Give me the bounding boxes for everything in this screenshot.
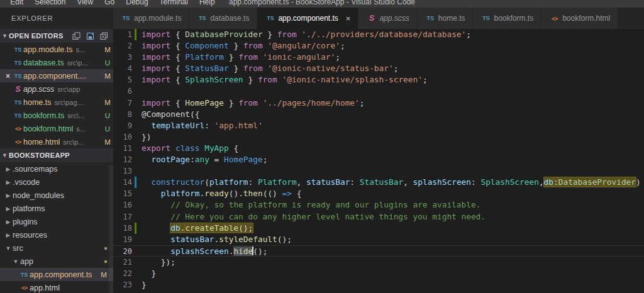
code-line[interactable]: 5import { SplashScreen } from '@ionic-na…	[113, 74, 644, 86]
tree-folder-node_modules[interactable]: ▶node_modules	[0, 189, 113, 202]
open-editors-title: OPEN EDITORS	[9, 32, 72, 40]
code-token: // Okay, so the platform is ready and ou…	[170, 200, 480, 209]
project-section-header[interactable]: ▼ BOOKSTOREAPP	[0, 148, 113, 162]
code-token: splashScreen	[413, 177, 471, 187]
code-line[interactable]: 12 rootPage:any = HomePage;	[113, 154, 644, 165]
open-editors-header[interactable]: ▼ OPEN EDITORS	[0, 29, 113, 43]
open-editor-item[interactable]: ×TSapp.component....M	[0, 69, 113, 82]
code-line[interactable]: 1import { DatabaseProvider } from './../…	[113, 29, 644, 40]
code-text: })	[142, 131, 644, 143]
tree-folder-platforms[interactable]: ▶platforms	[0, 202, 113, 215]
line-number: 21	[113, 257, 132, 268]
open-editor-item[interactable]: TShome.tssrc\pag...M	[0, 96, 113, 109]
chevron-down-icon[interactable]: ▼	[1, 152, 9, 158]
code-editor[interactable]: 1import { DatabaseProvider } from './../…	[113, 29, 644, 293]
code-token: })	[142, 132, 151, 141]
open-editor-item[interactable]: TSdatabase.tssrc\p...U	[0, 56, 113, 69]
code-text: }	[142, 279, 644, 290]
tree-folder-resources[interactable]: ▶resources	[0, 228, 113, 241]
tab-app.component.ts[interactable]: TSapp.component.ts×	[257, 8, 358, 29]
code-token: db	[170, 223, 180, 233]
line-number: 8	[113, 109, 132, 120]
line-number: 3	[113, 52, 132, 63]
close-icon[interactable]: ×	[346, 14, 351, 23]
code-token: }	[224, 52, 238, 62]
code-line[interactable]: 13	[113, 165, 644, 177]
menu-item-selection[interactable]: Selection	[29, 0, 71, 7]
tree-folder-.vscode[interactable]: ▶.vscode	[0, 175, 113, 189]
close-icon[interactable]: ×	[3, 72, 13, 80]
code-line[interactable]: 14 constructor(platform: Platform, statu…	[113, 177, 644, 188]
code-line[interactable]: 7import { HomePage } from '../pages/home…	[113, 97, 644, 109]
file-name: bookform.ts	[23, 111, 64, 120]
code-line[interactable]: 11export class MyApp {	[113, 143, 644, 154]
code-token: ;	[263, 155, 268, 164]
code-token: :	[190, 155, 195, 164]
code-token: ,	[403, 177, 413, 187]
tree-file-app.html[interactable]: <>app.html	[0, 281, 113, 293]
code-line[interactable]: 23}	[113, 279, 644, 290]
code-token: constructor	[151, 177, 204, 187]
code-token: from	[277, 30, 297, 39]
code-line[interactable]: 4import { StatusBar } from '@ionic-nativ…	[113, 63, 644, 74]
tree-folder-.sourcemaps[interactable]: ▶.sourcemaps	[0, 162, 113, 175]
code-line[interactable]: 15 platform.ready().then(() => {	[113, 188, 644, 199]
code-text: import { Component } from '@angular/core…	[142, 40, 644, 52]
code-token: (	[204, 177, 209, 187]
tab-bookform.ts[interactable]: TSbookform.ts	[473, 8, 541, 29]
chevron-down-icon[interactable]: ▼	[1, 33, 9, 39]
open-editor-item[interactable]: <>bookform.htmls...U	[0, 122, 113, 135]
menu-item-debug[interactable]: Debug	[120, 0, 153, 7]
line-number: 5	[113, 74, 132, 86]
git-status-badge: M	[102, 138, 113, 146]
code-line[interactable]: 8@Component({	[113, 109, 644, 120]
tree-folder-src[interactable]: ▼src●	[0, 241, 113, 255]
code-line[interactable]: 10})	[113, 131, 644, 143]
menu-item-help[interactable]: Help	[194, 0, 221, 7]
code-line[interactable]: 2import { Component } from '@angular/cor…	[113, 40, 644, 52]
code-token: import	[142, 98, 170, 108]
menu-item-edit[interactable]: Edit	[4, 0, 29, 7]
code-line[interactable]: 21 });	[113, 257, 644, 268]
tab-app.module.ts[interactable]: TSapp.module.ts	[113, 8, 189, 29]
tab-database.ts[interactable]: TSdatabase.ts	[189, 8, 257, 29]
code-line[interactable]: 9 templateUrl: 'app.html'	[113, 120, 644, 131]
code-line[interactable]: 20 splashScreen.hide();	[113, 245, 644, 257]
save-all-icon[interactable]	[86, 32, 94, 40]
tab-bookform.html[interactable]: <>bookform.html	[541, 8, 618, 29]
open-editor-item[interactable]: Sapp.scsssrc\app	[0, 82, 113, 96]
code-line[interactable]: 19 statusBar.styleDefault();	[113, 234, 644, 245]
code-line[interactable]: 3import { Platform } from 'ionic-angular…	[113, 52, 644, 63]
line-number: 6	[113, 86, 132, 97]
ts-icon: TS	[13, 113, 23, 119]
tree-folder-app[interactable]: ▼app●	[0, 255, 113, 268]
code-token: './../providers/database/database'	[297, 30, 467, 39]
code-token: ;	[423, 75, 428, 84]
code-line[interactable]: 6	[113, 86, 644, 97]
open-editor-item[interactable]: <>home.htmlsrc\p...M	[0, 135, 113, 148]
close-all-editors-icon[interactable]	[100, 32, 108, 40]
folder-name: plugins	[13, 218, 38, 226]
file-path: s...	[76, 46, 102, 53]
tab-home.ts[interactable]: TShome.ts	[418, 8, 474, 29]
code-line[interactable]: 17 // Here you can do any higher level n…	[113, 211, 644, 223]
chevron-right-icon: ▶	[4, 179, 13, 185]
menu-item-terminal[interactable]: Terminal	[154, 0, 194, 7]
code-line[interactable]: 18 db.createTable();	[113, 223, 644, 234]
code-token: import	[142, 30, 170, 39]
toggle-layout-icon[interactable]	[72, 32, 80, 40]
code-line[interactable]: 22 }	[113, 268, 644, 279]
tree-file-app.component.ts[interactable]: TSapp.component.tsM	[0, 268, 113, 281]
tree-folder-plugins[interactable]: ▶plugins	[0, 215, 113, 228]
line-number: 15	[113, 188, 132, 199]
open-editor-item[interactable]: TSapp.module.tss...M	[0, 43, 113, 56]
menu-item-view[interactable]: View	[71, 0, 99, 7]
gutter-spacer	[135, 246, 136, 256]
open-editor-item[interactable]: TSbookform.tssrc\...U	[0, 109, 113, 122]
tab-app.scss[interactable]: Sapp.scss	[358, 8, 417, 29]
menu-item-file[interactable]: File	[0, 0, 4, 7]
code-line[interactable]: 16 // Okay, so the platform is ready and…	[113, 199, 644, 211]
menu-item-go[interactable]: Go	[99, 0, 120, 7]
code-token: ;	[466, 30, 471, 39]
code-token: ;	[335, 52, 340, 62]
